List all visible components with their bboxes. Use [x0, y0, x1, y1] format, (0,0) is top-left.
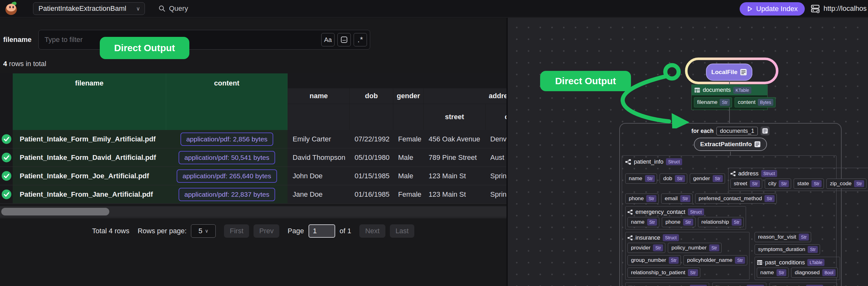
document-icon: [762, 128, 768, 134]
cell-dob: 01/15/1985: [349, 167, 393, 185]
of-label: of 1: [340, 227, 351, 235]
cell-gender: Male: [393, 167, 424, 185]
field-chip: relationshipStr: [698, 217, 744, 227]
field-chip: cityStr: [765, 179, 791, 189]
query-menu-item[interactable]: Query: [158, 4, 188, 13]
last-page-button[interactable]: Last: [390, 224, 414, 238]
content-bytes-pill[interactable]: application/pdf: 22,837 bytes: [179, 188, 275, 201]
total-rows-label: Total 4 rows: [92, 227, 129, 235]
header-content[interactable]: content: [166, 73, 287, 130]
horizontal-scrollbar[interactable]: [0, 206, 506, 217]
chevron-down-icon: ∨: [136, 5, 140, 12]
cell-name: Jane Doe: [287, 185, 349, 204]
flow-graph-panel: Direct Output LocalFile documents KTabl: [508, 18, 868, 286]
field-chip: nameStr: [625, 173, 657, 184]
content-bytes-pill[interactable]: application/pdf: 50,541 bytes: [179, 151, 275, 164]
header-address[interactable]: address: [424, 88, 506, 104]
cell-dob: 05/10/1980: [349, 149, 393, 167]
cell-filename: Patient_Intake_From_Jane_Artificial.pdf: [13, 185, 166, 204]
edge-connector: [729, 81, 730, 85]
field-chip: diagnosedBool: [791, 267, 838, 278]
header-street[interactable]: street: [424, 104, 485, 130]
query-label: Query: [169, 4, 188, 13]
patient-info-struct-box: patient_info Struct nameStr dobStr gende…: [622, 155, 837, 286]
first-page-button[interactable]: First: [224, 224, 249, 238]
update-index-label: Update Index: [756, 5, 798, 13]
pagination: Total 4 rows Rows per page: 5 ∨ First Pr…: [0, 218, 506, 244]
cell-city: Denv: [485, 130, 506, 149]
node-documents-table[interactable]: documents KTable filenameStr contentByte…: [691, 85, 768, 110]
header-gender[interactable]: gender: [393, 88, 424, 104]
direct-output-annotation-graph: Direct Output: [540, 71, 631, 91]
field-chip: dobStr: [659, 173, 687, 184]
flow-selector-dropdown[interactable]: PatientIntakeExtractionBaml ∨: [33, 2, 145, 15]
prev-page-button[interactable]: Prev: [253, 224, 279, 238]
cell-gender: Female: [393, 130, 424, 149]
foreach-container: for each documents_1 ExtractPatientInfo …: [619, 123, 842, 286]
cell-content: application/pdf: 2,856 bytes: [166, 130, 287, 149]
data-table: filename content name dob gender address…: [0, 73, 506, 204]
field-chip: reason_for_visitStr: [754, 232, 811, 242]
cell-city: Sprin: [485, 185, 506, 204]
filter-input-box: Aa .*: [38, 30, 370, 50]
row-status-check: [0, 185, 13, 204]
topbar: PatientIntakeExtractionBaml ∨ Query Upda…: [0, 0, 868, 18]
update-index-button[interactable]: Update Index: [740, 2, 805, 15]
field-chip: nameStr: [757, 267, 788, 278]
content-bytes-pill[interactable]: application/pdf: 2,856 bytes: [181, 132, 273, 146]
node-extract-patient-info[interactable]: ExtractPatientInfo: [694, 137, 767, 151]
document-icon: [740, 69, 747, 76]
field-chip: policy_numberStr: [668, 243, 721, 253]
cell-gender: Female: [393, 185, 424, 204]
insurance-struct-box: insurance Struct providerStr policy_numb…: [625, 232, 749, 280]
node-localfile[interactable]: LocalFile: [706, 64, 752, 81]
address-struct-box: address Struct streetStr cityStr stateSt…: [728, 168, 868, 191]
cell-street: 123 Main St: [424, 185, 485, 204]
past-conditions-ltable-box: past_conditions LTable nameStr diagnosed…: [754, 257, 840, 280]
regex-button[interactable]: .*: [353, 33, 367, 46]
next-page-button[interactable]: Next: [359, 224, 385, 238]
cell-street: 123 Main St: [424, 167, 485, 185]
allergies-ltable-box: allergies LTable nameStr: [712, 283, 766, 286]
page-number-input[interactable]: [309, 224, 335, 238]
header-dob[interactable]: dob: [349, 88, 393, 104]
cell-content: application/pdf: 265,640 bytes: [166, 167, 287, 185]
cell-filename: Patient_Intake_Form_Joe_Artificial.pdf: [13, 167, 166, 185]
field-chip: contentBytes: [735, 97, 776, 107]
field-chip: zip_codeStr: [826, 179, 866, 189]
regex-icon: .*: [358, 35, 363, 44]
foreach-detail-button[interactable]: [761, 126, 770, 135]
row-status-check: [0, 130, 13, 149]
field-chip: policyholder_nameStr: [683, 255, 747, 265]
cell-street: 789 Pine Street: [424, 149, 485, 167]
row-status-check: [0, 167, 13, 185]
server-url-item[interactable]: http://localhos: [810, 3, 867, 14]
cell-filename: Patient_Intake_Form_David_Artificial.pdf: [13, 149, 166, 167]
header-filename[interactable]: filename: [13, 73, 166, 130]
cell-content: application/pdf: 22,837 bytes: [166, 185, 287, 204]
edge-connector: [730, 152, 731, 155]
foreach-scope[interactable]: documents_1: [716, 127, 758, 135]
struct-icon: [731, 171, 736, 177]
field-chip: filenameStr: [694, 97, 732, 107]
header-city[interactable]: city: [485, 104, 506, 130]
rows-per-page-select[interactable]: 5 ∨: [191, 224, 216, 238]
field-chip: stateStr: [794, 179, 824, 189]
field-chip: relationship_to_patientStr: [627, 267, 700, 278]
cell-gender: Male: [393, 149, 424, 167]
struct-icon: [625, 159, 631, 165]
field-chip: streetStr: [731, 179, 762, 189]
cell-street: 456 Oak Avenue: [424, 130, 485, 149]
content-bytes-pill[interactable]: application/pdf: 265,640 bytes: [177, 169, 277, 183]
cell-filename: Patient_Intake_Form_Emily_Artificial.pdf: [13, 130, 166, 149]
edge-connector: [729, 107, 730, 123]
field-chip: preferred_contact_methodStr: [695, 193, 777, 204]
scrollbar-thumb[interactable]: [1, 208, 109, 216]
header-name[interactable]: name: [287, 88, 349, 104]
row-status-check: [0, 149, 13, 167]
match-whole-word-button[interactable]: [337, 33, 351, 46]
cell-name: Emily Carter: [287, 130, 349, 149]
field-chip: genderStr: [690, 173, 725, 184]
match-case-button[interactable]: Aa: [321, 33, 335, 46]
filter-field-label: filename: [3, 36, 31, 44]
